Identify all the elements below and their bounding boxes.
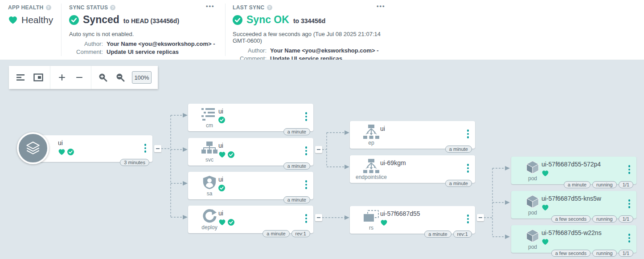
node-title: ui: [58, 139, 63, 146]
node-menu-button[interactable]: [628, 198, 632, 209]
author-value: Your Name <you@eksworkshop.com> -: [270, 47, 393, 54]
author-value: Your Name <you@eksworkshop.com> -: [107, 40, 216, 47]
sync-status-label-text: SYNC STATUS: [69, 4, 108, 11]
node-menu-button[interactable]: [466, 129, 470, 139]
node-title: ui-57f6687d55-w22ns: [541, 229, 602, 236]
node-application-root[interactable]: ui 3 minutes: [32, 135, 152, 162]
node-pod-3[interactable]: pod ui-57f6687d55-w22ns a few seconds ru…: [511, 225, 636, 253]
sync-status-menu-button[interactable]: [206, 3, 215, 9]
age-badge: a minute: [445, 146, 472, 153]
layers-icon: [25, 140, 41, 157]
node-kind-label: pod: [528, 175, 537, 182]
status-badge: running: [592, 250, 617, 257]
toolbar-separator: [91, 66, 91, 89]
node-deployment[interactable]: deploy ui a minute rev:1: [188, 206, 313, 233]
node-kind-label: sa: [207, 190, 213, 197]
node-kind-label: ep: [368, 140, 374, 146]
header-divider: [225, 4, 226, 56]
node-service[interactable]: svc ui a minute: [188, 138, 313, 166]
node-endpoints[interactable]: ep ui a minute: [350, 121, 475, 149]
zoom-level-display[interactable]: 100%: [132, 71, 152, 84]
last-sync-revision[interactable]: to 334456d: [293, 17, 325, 24]
pod-icon: [525, 160, 541, 174]
fit-to-view-icon[interactable]: [33, 71, 44, 84]
collapse-children-button[interactable]: [154, 145, 161, 152]
collapse-children-button[interactable]: [477, 214, 484, 221]
node-menu-button[interactable]: [304, 179, 308, 190]
comment-value: Update UI service replicas: [107, 49, 216, 55]
ready-badge: 1/1: [619, 181, 633, 188]
node-menu-button[interactable]: [466, 163, 470, 174]
node-kind-label: deploy: [201, 224, 217, 231]
help-icon[interactable]: [46, 5, 51, 10]
last-sync-value: Sync OK: [246, 14, 289, 26]
last-sync-note: Succeeded a few seconds ago (Tue Jul 08 …: [233, 31, 393, 44]
node-kind-label: pod: [528, 244, 537, 250]
age-badge: a minute: [283, 162, 310, 170]
healthy-heart-icon: [380, 219, 388, 227]
node-kind-label: svc: [205, 157, 213, 163]
node-menu-button[interactable]: [466, 214, 470, 224]
pod-icon: [525, 194, 541, 209]
synced-check-icon: [228, 151, 234, 158]
node-menu-button[interactable]: [628, 164, 632, 175]
last-sync-menu-button[interactable]: [377, 3, 386, 9]
revision-badge: rev:1: [453, 231, 472, 238]
node-kind-label: rs: [369, 225, 373, 231]
app-health-label-text: APP HEALTH: [8, 4, 44, 11]
synced-check-icon: [67, 149, 74, 155]
node-menu-button[interactable]: [304, 146, 308, 156]
app-health-value: Healthy: [21, 15, 53, 25]
help-icon[interactable]: [110, 5, 115, 10]
sync-ok-check-icon: [233, 15, 242, 25]
help-icon[interactable]: [267, 5, 272, 10]
node-pod-1[interactable]: pod ui-57f6687d55-572p4 a minute running…: [511, 157, 636, 184]
zoom-in-button[interactable]: [56, 71, 68, 84]
graph-layout-icon[interactable]: [15, 71, 27, 84]
last-sync-label-text: LAST SYNC: [233, 4, 265, 11]
node-replicaset[interactable]: rs ui-57f6687d55 a minute rev:1: [350, 206, 475, 234]
node-serviceaccount[interactable]: sa ui a minute: [188, 172, 313, 199]
age-badge: 3 minutes: [120, 159, 149, 166]
last-sync-label: LAST SYNC: [233, 4, 393, 11]
age-badge: a minute: [283, 196, 310, 203]
sync-revision[interactable]: to HEAD (334456d): [123, 17, 179, 24]
collapse-children-button[interactable]: [315, 146, 322, 153]
node-menu-button[interactable]: [304, 111, 308, 122]
age-badge: a few seconds: [551, 250, 591, 257]
healthy-heart-icon: [541, 238, 549, 246]
node-kind-label: cm: [206, 122, 213, 129]
app-health-label: APP HEALTH: [8, 4, 53, 11]
magnify-plus-icon[interactable]: [97, 71, 109, 84]
toolbar-separator: [50, 66, 50, 89]
node-title: ui: [218, 176, 223, 183]
status-badge: running: [592, 181, 617, 188]
age-badge: a minute: [564, 181, 591, 188]
node-title: ui-69kgm: [380, 159, 406, 166]
resource-tree-canvas[interactable]: 100% ui 3 minutes cm ui: [0, 60, 644, 259]
sync-status-panel: SYNC STATUS Synced to HEAD (334456d) Aut…: [69, 4, 216, 55]
node-title: ui: [218, 108, 223, 115]
synced-check-icon: [218, 117, 225, 123]
configmap-icon: [201, 107, 217, 121]
header-divider: [61, 4, 62, 56]
node-menu-button[interactable]: [144, 143, 148, 154]
pod-icon: [525, 229, 541, 243]
zoom-out-button[interactable]: [74, 71, 85, 84]
sync-status-value: Synced: [83, 14, 119, 26]
synced-check-icon: [218, 185, 225, 191]
endpointslice-icon: [363, 159, 379, 173]
node-endpointslice[interactable]: endpointslice ui-69kgm a minute: [350, 155, 475, 183]
ready-badge: 1/1: [619, 215, 633, 223]
endpoints-icon: [363, 125, 379, 139]
age-badge: a few seconds: [551, 215, 591, 223]
node-menu-button[interactable]: [304, 213, 308, 224]
node-pod-2[interactable]: pod ui-57f6687d55-kns5w a few seconds ru…: [511, 191, 636, 219]
collapse-children-button[interactable]: [315, 214, 322, 221]
node-title: ui-57f6687d55: [380, 210, 420, 217]
node-menu-button[interactable]: [628, 233, 632, 243]
node-configmap[interactable]: cm ui a minute: [188, 104, 313, 131]
magnify-minus-icon[interactable]: [115, 71, 126, 84]
node-kind-label: pod: [528, 210, 537, 216]
age-badge: a minute: [424, 231, 451, 238]
